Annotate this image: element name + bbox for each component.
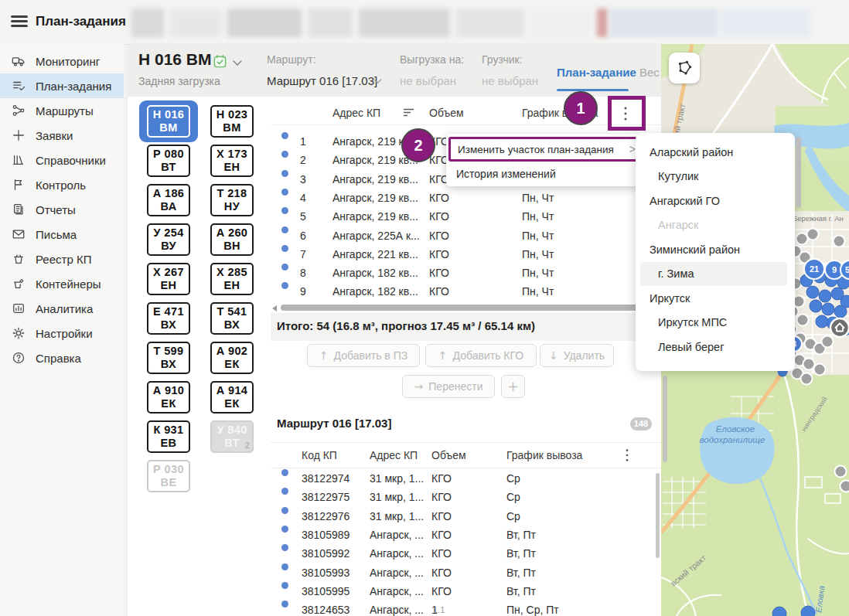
route-row[interactable]: 38124653Ангарск, ...11.1Пн, Ср, Пт (271, 601, 661, 616)
plate[interactable]: К 931ЕВ (147, 420, 190, 453)
route-row[interactable]: 3812297631 мкр, 1...КГОСр (271, 507, 661, 526)
region-item-irkutsk-mps[interactable]: Иркутск МПС (636, 311, 795, 335)
region-group-ziminskiy[interactable]: Зиминский район (636, 238, 809, 262)
document-icon (12, 202, 26, 216)
sidebar-item-label: Контроль (36, 179, 86, 192)
route-selector[interactable]: Маршрут 016 [17.03] (267, 74, 377, 87)
plus-button[interactable]: + (501, 375, 525, 398)
sidebar-item-monitoring[interactable]: Мониторинг (0, 49, 124, 73)
sidebar-item-containers[interactable]: Контейнеры (0, 271, 124, 296)
panel-scrollbar[interactable] (663, 376, 667, 462)
add-kgo-button[interactable]: ↑Добавить КГО (425, 344, 537, 367)
sidebar-item-directories[interactable]: Справочники (0, 148, 124, 172)
region-item-levyi-bereg[interactable]: Левый берег (636, 335, 795, 359)
sidebar-item-registry[interactable]: Реестр КП (0, 247, 124, 271)
task-row[interactable]: 4Ангарск, 219 кв...КГОПн, Чт (271, 189, 661, 207)
route-row[interactable]: 38105989Ангарск, ...КГОВт, Пт (271, 526, 661, 544)
help-icon (12, 351, 26, 365)
dropdown-scrollbar[interactable] (796, 137, 801, 208)
region-group-irkutsk[interactable]: Иркутск (636, 287, 809, 311)
plate[interactable]: Р 080ВТ (147, 145, 190, 177)
plate-selected[interactable]: Н 016ВМ (139, 100, 198, 142)
plate[interactable]: А 914ЕК (210, 381, 254, 414)
plate[interactable]: Т 541ВХ (210, 302, 254, 335)
sidebar-item-plan-tasks[interactable]: План-задания (0, 73, 124, 98)
plate[interactable]: А 260ВН (210, 223, 254, 256)
unload-value[interactable]: не выбран (400, 74, 456, 87)
context-menu: Изменить участок план-задания > История … (446, 134, 640, 186)
status-dot (281, 207, 288, 214)
plate[interactable]: Н 023ВМ (210, 105, 254, 138)
task-row[interactable]: 6Ангарск, 225А к...КГОПн, Чт (271, 226, 661, 245)
loader-value[interactable]: не выбран (482, 74, 538, 87)
tab-active-underline (557, 89, 629, 91)
region-group-angarskiy[interactable]: Ангарский ГО (636, 189, 809, 213)
status-dot (281, 526, 288, 533)
sidebar-item-control[interactable]: Контроль (0, 172, 124, 197)
sidebar-item-settings[interactable]: Настройки (0, 321, 124, 345)
route-row[interactable]: 38105993Ангарск, ...КГОВт, Пт (271, 563, 661, 582)
truck-icon (12, 54, 26, 68)
region-group-alarskiy[interactable]: Аларский район (636, 141, 809, 165)
vehicle-plate-list: Н 016ВМ Н 023ВМ Р 080ВТ Х 173ЕН А 186ВА … (137, 101, 267, 495)
task-row[interactable]: 9Ангарск, 182 кв...КГОПн, Чт (271, 282, 661, 301)
map-home-marker[interactable] (830, 318, 849, 337)
tab-plan-task[interactable]: План-задание (557, 66, 636, 79)
hamburger-menu-icon[interactable] (11, 15, 28, 28)
sort-icon[interactable] (404, 108, 414, 117)
sidebar-item-requests[interactable]: Заявки (0, 123, 124, 148)
sidebar-item-reports[interactable]: Отчеты (0, 197, 124, 222)
kebab-menu-icon[interactable] (625, 448, 629, 462)
plate[interactable]: Е 471ВХ (147, 302, 190, 335)
header-address[interactable]: Адрес КП (370, 443, 418, 468)
plate[interactable]: Х 173ЕН (210, 145, 254, 177)
chevron-down-icon[interactable] (373, 79, 382, 84)
sidebar-item-label: Мониторинг (36, 55, 100, 68)
add-to-pz-button[interactable]: ↑Добавить в ПЗ (307, 344, 420, 367)
sidebar-item-letters[interactable]: Письма (0, 222, 124, 247)
header-volume[interactable]: Объем (429, 101, 464, 124)
status-dot (281, 226, 288, 233)
polygon-select-button[interactable] (669, 53, 700, 83)
header-code[interactable]: Код КП (302, 443, 337, 468)
plate[interactable]: Х 285ЕН (210, 263, 254, 295)
move-button[interactable]: →Перенести (402, 375, 495, 398)
horizontal-scrollbar[interactable] (281, 305, 652, 311)
region-item-angarsk: Ангарск (636, 213, 795, 237)
plate[interactable]: А 186ВА (147, 184, 190, 216)
route-row[interactable]: 3812297431 мкр, 1...КГОСр (271, 469, 661, 488)
task-row[interactable]: 5Ангарск, 219 кв...КГОПн, Чт (271, 207, 661, 226)
map-street-label: Бережная г. Ан (793, 214, 844, 223)
header-address[interactable]: Адрес КП (332, 101, 380, 124)
route-row[interactable]: 38105995Ангарск, ...КГОВт, Пт (271, 582, 661, 601)
delete-button[interactable]: ↓Удалить (540, 344, 614, 367)
plate[interactable]: У 254ВУ (147, 223, 190, 256)
task-list-icon (12, 79, 26, 93)
route-row[interactable]: 3812297531 мкр, 1...КГОСр (271, 488, 661, 506)
plate[interactable]: Х 267ЕН (147, 263, 190, 295)
chevron-down-icon[interactable] (233, 60, 242, 66)
task-row[interactable]: 8Ангарск, 182 кв...КГОПн, Чт (271, 264, 661, 282)
sidebar-item-routes[interactable]: Маршруты (0, 98, 124, 123)
sidebar-item-analytics[interactable]: Аналитика (0, 296, 124, 321)
scroll-left-arrow[interactable] (272, 305, 277, 311)
plate[interactable]: А 902ЕК (210, 342, 254, 374)
sidebar-item-help[interactable]: Справка (0, 345, 124, 370)
menu-item-change-history[interactable]: История изменений (456, 165, 556, 183)
plate[interactable]: Т 218НУ (210, 184, 254, 216)
status-dot (281, 170, 288, 177)
plate[interactable]: А 910ЕК (147, 381, 190, 414)
plate[interactable]: Т 599ВХ (147, 342, 190, 374)
region-item-kutulik[interactable]: Кутулик (636, 165, 795, 189)
header-volume[interactable]: Объем (431, 443, 466, 468)
books-icon (12, 153, 26, 167)
menu-item-edit-plot[interactable]: Изменить участок план-задания > (448, 137, 643, 162)
region-item-zima[interactable]: г. Зима (636, 262, 795, 286)
status-dot (281, 264, 288, 271)
task-row[interactable]: 7Ангарск, 221 кв...КГОПн, Чт (271, 245, 661, 264)
header-schedule[interactable]: График вывоза (506, 443, 582, 468)
calendar-check-icon[interactable] (213, 54, 227, 69)
tab-weight[interactable]: Вес (639, 66, 660, 79)
route-row[interactable]: 38105992Ангарск, ...КГОВт, Пт (271, 544, 661, 563)
vertical-scrollbar[interactable] (656, 473, 660, 558)
